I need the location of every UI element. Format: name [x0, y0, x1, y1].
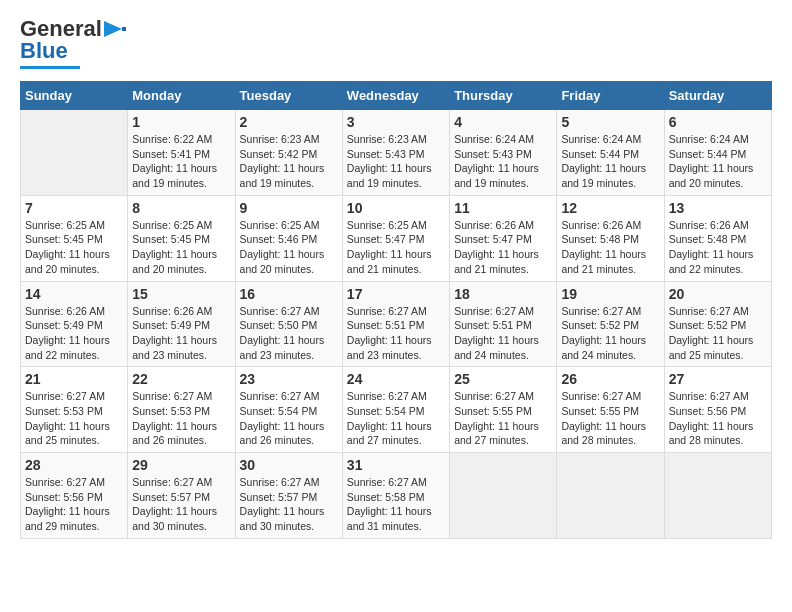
day-number: 10 [347, 200, 445, 216]
day-number: 28 [25, 457, 123, 473]
day-number: 4 [454, 114, 552, 130]
calendar-cell: 9Sunrise: 6:25 AM Sunset: 5:46 PM Daylig… [235, 195, 342, 281]
calendar-cell: 11Sunrise: 6:26 AM Sunset: 5:47 PM Dayli… [450, 195, 557, 281]
calendar-cell: 1Sunrise: 6:22 AM Sunset: 5:41 PM Daylig… [128, 110, 235, 196]
calendar-header-row: SundayMondayTuesdayWednesdayThursdayFrid… [21, 82, 772, 110]
day-info: Sunrise: 6:25 AM Sunset: 5:45 PM Dayligh… [132, 218, 230, 277]
day-number: 7 [25, 200, 123, 216]
calendar-cell: 12Sunrise: 6:26 AM Sunset: 5:48 PM Dayli… [557, 195, 664, 281]
day-number: 25 [454, 371, 552, 387]
day-info: Sunrise: 6:24 AM Sunset: 5:44 PM Dayligh… [561, 132, 659, 191]
calendar-cell: 29Sunrise: 6:27 AM Sunset: 5:57 PM Dayli… [128, 453, 235, 539]
day-number: 9 [240, 200, 338, 216]
day-info: Sunrise: 6:27 AM Sunset: 5:52 PM Dayligh… [561, 304, 659, 363]
day-number: 20 [669, 286, 767, 302]
day-number: 23 [240, 371, 338, 387]
day-number: 21 [25, 371, 123, 387]
day-info: Sunrise: 6:27 AM Sunset: 5:51 PM Dayligh… [454, 304, 552, 363]
day-info: Sunrise: 6:27 AM Sunset: 5:55 PM Dayligh… [454, 389, 552, 448]
day-number: 18 [454, 286, 552, 302]
day-info: Sunrise: 6:24 AM Sunset: 5:44 PM Dayligh… [669, 132, 767, 191]
day-info: Sunrise: 6:22 AM Sunset: 5:41 PM Dayligh… [132, 132, 230, 191]
calendar-cell: 2Sunrise: 6:23 AM Sunset: 5:42 PM Daylig… [235, 110, 342, 196]
calendar-cell: 25Sunrise: 6:27 AM Sunset: 5:55 PM Dayli… [450, 367, 557, 453]
day-number: 5 [561, 114, 659, 130]
day-info: Sunrise: 6:26 AM Sunset: 5:48 PM Dayligh… [561, 218, 659, 277]
day-number: 3 [347, 114, 445, 130]
calendar-week-1: 1Sunrise: 6:22 AM Sunset: 5:41 PM Daylig… [21, 110, 772, 196]
day-info: Sunrise: 6:27 AM Sunset: 5:57 PM Dayligh… [132, 475, 230, 534]
day-number: 24 [347, 371, 445, 387]
calendar-cell: 26Sunrise: 6:27 AM Sunset: 5:55 PM Dayli… [557, 367, 664, 453]
day-header-saturday: Saturday [664, 82, 771, 110]
calendar-week-2: 7Sunrise: 6:25 AM Sunset: 5:45 PM Daylig… [21, 195, 772, 281]
day-number: 6 [669, 114, 767, 130]
day-number: 31 [347, 457, 445, 473]
day-info: Sunrise: 6:24 AM Sunset: 5:43 PM Dayligh… [454, 132, 552, 191]
calendar-week-5: 28Sunrise: 6:27 AM Sunset: 5:56 PM Dayli… [21, 453, 772, 539]
day-number: 12 [561, 200, 659, 216]
day-header-tuesday: Tuesday [235, 82, 342, 110]
day-header-friday: Friday [557, 82, 664, 110]
calendar-cell: 8Sunrise: 6:25 AM Sunset: 5:45 PM Daylig… [128, 195, 235, 281]
calendar-week-4: 21Sunrise: 6:27 AM Sunset: 5:53 PM Dayli… [21, 367, 772, 453]
calendar-cell [664, 453, 771, 539]
calendar-cell: 17Sunrise: 6:27 AM Sunset: 5:51 PM Dayli… [342, 281, 449, 367]
day-info: Sunrise: 6:26 AM Sunset: 5:48 PM Dayligh… [669, 218, 767, 277]
day-info: Sunrise: 6:23 AM Sunset: 5:43 PM Dayligh… [347, 132, 445, 191]
svg-marker-0 [104, 21, 122, 37]
day-number: 8 [132, 200, 230, 216]
day-info: Sunrise: 6:26 AM Sunset: 5:47 PM Dayligh… [454, 218, 552, 277]
day-info: Sunrise: 6:23 AM Sunset: 5:42 PM Dayligh… [240, 132, 338, 191]
calendar-cell: 31Sunrise: 6:27 AM Sunset: 5:58 PM Dayli… [342, 453, 449, 539]
day-number: 16 [240, 286, 338, 302]
day-info: Sunrise: 6:27 AM Sunset: 5:53 PM Dayligh… [25, 389, 123, 448]
calendar-cell: 5Sunrise: 6:24 AM Sunset: 5:44 PM Daylig… [557, 110, 664, 196]
day-number: 27 [669, 371, 767, 387]
calendar-cell: 6Sunrise: 6:24 AM Sunset: 5:44 PM Daylig… [664, 110, 771, 196]
calendar-cell: 7Sunrise: 6:25 AM Sunset: 5:45 PM Daylig… [21, 195, 128, 281]
day-info: Sunrise: 6:25 AM Sunset: 5:46 PM Dayligh… [240, 218, 338, 277]
calendar-cell [450, 453, 557, 539]
day-info: Sunrise: 6:26 AM Sunset: 5:49 PM Dayligh… [132, 304, 230, 363]
day-header-wednesday: Wednesday [342, 82, 449, 110]
day-number: 26 [561, 371, 659, 387]
calendar-cell [557, 453, 664, 539]
day-number: 19 [561, 286, 659, 302]
day-info: Sunrise: 6:25 AM Sunset: 5:47 PM Dayligh… [347, 218, 445, 277]
day-number: 15 [132, 286, 230, 302]
page-header: General Blue [20, 16, 772, 69]
svg-rect-1 [122, 27, 126, 31]
calendar-week-3: 14Sunrise: 6:26 AM Sunset: 5:49 PM Dayli… [21, 281, 772, 367]
day-header-monday: Monday [128, 82, 235, 110]
calendar-cell [21, 110, 128, 196]
calendar-cell: 23Sunrise: 6:27 AM Sunset: 5:54 PM Dayli… [235, 367, 342, 453]
day-info: Sunrise: 6:27 AM Sunset: 5:52 PM Dayligh… [669, 304, 767, 363]
calendar-table: SundayMondayTuesdayWednesdayThursdayFrid… [20, 81, 772, 539]
calendar-cell: 4Sunrise: 6:24 AM Sunset: 5:43 PM Daylig… [450, 110, 557, 196]
day-header-thursday: Thursday [450, 82, 557, 110]
day-number: 22 [132, 371, 230, 387]
day-info: Sunrise: 6:27 AM Sunset: 5:55 PM Dayligh… [561, 389, 659, 448]
day-info: Sunrise: 6:27 AM Sunset: 5:54 PM Dayligh… [240, 389, 338, 448]
calendar-cell: 24Sunrise: 6:27 AM Sunset: 5:54 PM Dayli… [342, 367, 449, 453]
calendar-cell: 10Sunrise: 6:25 AM Sunset: 5:47 PM Dayli… [342, 195, 449, 281]
calendar-cell: 14Sunrise: 6:26 AM Sunset: 5:49 PM Dayli… [21, 281, 128, 367]
day-number: 2 [240, 114, 338, 130]
calendar-cell: 15Sunrise: 6:26 AM Sunset: 5:49 PM Dayli… [128, 281, 235, 367]
day-number: 13 [669, 200, 767, 216]
day-info: Sunrise: 6:27 AM Sunset: 5:58 PM Dayligh… [347, 475, 445, 534]
day-info: Sunrise: 6:26 AM Sunset: 5:49 PM Dayligh… [25, 304, 123, 363]
day-info: Sunrise: 6:27 AM Sunset: 5:56 PM Dayligh… [25, 475, 123, 534]
day-info: Sunrise: 6:27 AM Sunset: 5:54 PM Dayligh… [347, 389, 445, 448]
day-number: 14 [25, 286, 123, 302]
calendar-cell: 18Sunrise: 6:27 AM Sunset: 5:51 PM Dayli… [450, 281, 557, 367]
day-number: 1 [132, 114, 230, 130]
calendar-cell: 16Sunrise: 6:27 AM Sunset: 5:50 PM Dayli… [235, 281, 342, 367]
calendar-cell: 21Sunrise: 6:27 AM Sunset: 5:53 PM Dayli… [21, 367, 128, 453]
logo-arrow-icon [104, 19, 126, 39]
logo: General Blue [20, 16, 126, 69]
day-number: 29 [132, 457, 230, 473]
calendar-cell: 28Sunrise: 6:27 AM Sunset: 5:56 PM Dayli… [21, 453, 128, 539]
calendar-cell: 3Sunrise: 6:23 AM Sunset: 5:43 PM Daylig… [342, 110, 449, 196]
